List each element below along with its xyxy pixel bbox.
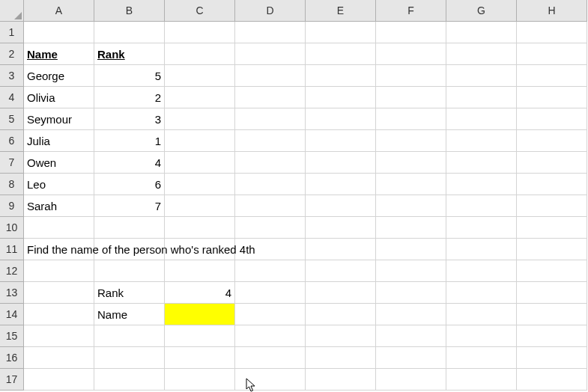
cell-D5[interactable]	[235, 108, 306, 130]
cell-A6[interactable]: Julia	[24, 130, 94, 152]
cell-H17[interactable]	[517, 369, 587, 391]
row-header-17[interactable]: 17	[0, 369, 24, 391]
cell-C17[interactable]	[165, 369, 235, 391]
cell-A9[interactable]: Sarah	[24, 195, 94, 217]
cell-G17[interactable]	[446, 369, 517, 391]
cell-A17[interactable]	[24, 369, 94, 391]
row-header-11[interactable]: 11	[0, 239, 24, 260]
col-header-F[interactable]: F	[376, 0, 446, 22]
cell-D12[interactable]	[235, 260, 306, 282]
cell-D8[interactable]	[235, 174, 306, 195]
cell-D7[interactable]	[235, 152, 306, 174]
cell-E2[interactable]	[306, 43, 376, 65]
cell-D16[interactable]	[235, 347, 306, 369]
cell-B15[interactable]	[94, 325, 165, 347]
select-all-corner[interactable]	[0, 0, 24, 22]
cell-B5[interactable]: 3	[94, 108, 165, 130]
cell-F6[interactable]	[376, 130, 446, 152]
cell-F10[interactable]	[376, 217, 446, 239]
cell-D3[interactable]	[235, 65, 306, 87]
cell-F1[interactable]	[376, 22, 446, 43]
cell-C15[interactable]	[165, 325, 235, 347]
row-header-7[interactable]: 7	[0, 152, 24, 174]
cell-G12[interactable]	[446, 260, 517, 282]
cell-A4[interactable]: Olivia	[24, 87, 94, 108]
row-header-15[interactable]: 15	[0, 325, 24, 347]
cell-E14[interactable]	[306, 304, 376, 325]
cell-A13[interactable]	[24, 282, 94, 304]
cell-H13[interactable]	[517, 282, 587, 304]
cell-D10[interactable]	[235, 217, 306, 239]
cell-F7[interactable]	[376, 152, 446, 174]
cell-E9[interactable]	[306, 195, 376, 217]
cell-G14[interactable]	[446, 304, 517, 325]
cell-B14[interactable]: Name	[94, 304, 165, 325]
col-header-B[interactable]: B	[94, 0, 165, 22]
cell-B9[interactable]: 7	[94, 195, 165, 217]
cell-A11[interactable]: Find the name of the person who's ranked…	[24, 239, 94, 260]
cell-F16[interactable]	[376, 347, 446, 369]
cell-H3[interactable]	[517, 65, 587, 87]
cell-E5[interactable]	[306, 108, 376, 130]
cell-B12[interactable]	[94, 260, 165, 282]
col-header-E[interactable]: E	[306, 0, 376, 22]
cell-E1[interactable]	[306, 22, 376, 43]
row-header-14[interactable]: 14	[0, 304, 24, 325]
cell-H4[interactable]	[517, 87, 587, 108]
cell-B2[interactable]: Rank	[94, 43, 165, 65]
cell-F5[interactable]	[376, 108, 446, 130]
row-header-9[interactable]: 9	[0, 195, 24, 217]
cell-C8[interactable]	[165, 174, 235, 195]
cell-F4[interactable]	[376, 87, 446, 108]
cell-A15[interactable]	[24, 325, 94, 347]
cell-A1[interactable]	[24, 22, 94, 43]
cell-B7[interactable]: 4	[94, 152, 165, 174]
cell-G16[interactable]	[446, 347, 517, 369]
cell-B16[interactable]	[94, 347, 165, 369]
cell-C14[interactable]	[165, 304, 235, 325]
cell-E7[interactable]	[306, 152, 376, 174]
cell-D15[interactable]	[235, 325, 306, 347]
cell-B8[interactable]: 6	[94, 174, 165, 195]
cell-H9[interactable]	[517, 195, 587, 217]
cell-C13[interactable]: 4	[165, 282, 235, 304]
col-header-H[interactable]: H	[517, 0, 587, 22]
cell-H7[interactable]	[517, 152, 587, 174]
cell-G11[interactable]	[446, 239, 517, 260]
col-header-G[interactable]: G	[446, 0, 517, 22]
row-header-4[interactable]: 4	[0, 87, 24, 108]
cell-H16[interactable]	[517, 347, 587, 369]
cell-E15[interactable]	[306, 325, 376, 347]
cell-C2[interactable]	[165, 43, 235, 65]
cell-H15[interactable]	[517, 325, 587, 347]
cell-B3[interactable]: 5	[94, 65, 165, 87]
row-header-10[interactable]: 10	[0, 217, 24, 239]
col-header-D[interactable]: D	[235, 0, 306, 22]
cell-G10[interactable]	[446, 217, 517, 239]
cell-G5[interactable]	[446, 108, 517, 130]
cell-A16[interactable]	[24, 347, 94, 369]
row-header-13[interactable]: 13	[0, 282, 24, 304]
cell-H1[interactable]	[517, 22, 587, 43]
cell-H14[interactable]	[517, 304, 587, 325]
cell-E10[interactable]	[306, 217, 376, 239]
cell-H11[interactable]	[517, 239, 587, 260]
cell-H6[interactable]	[517, 130, 587, 152]
cell-C5[interactable]	[165, 108, 235, 130]
cell-E8[interactable]	[306, 174, 376, 195]
cell-E3[interactable]	[306, 65, 376, 87]
cell-H10[interactable]	[517, 217, 587, 239]
cell-C9[interactable]	[165, 195, 235, 217]
cell-F2[interactable]	[376, 43, 446, 65]
row-header-3[interactable]: 3	[0, 65, 24, 87]
cell-E17[interactable]	[306, 369, 376, 391]
cell-D4[interactable]	[235, 87, 306, 108]
cell-A10[interactable]	[24, 217, 94, 239]
cell-H12[interactable]	[517, 260, 587, 282]
cell-A12[interactable]	[24, 260, 94, 282]
cell-F12[interactable]	[376, 260, 446, 282]
cell-G1[interactable]	[446, 22, 517, 43]
row-header-8[interactable]: 8	[0, 174, 24, 195]
cell-H8[interactable]	[517, 174, 587, 195]
cell-F13[interactable]	[376, 282, 446, 304]
